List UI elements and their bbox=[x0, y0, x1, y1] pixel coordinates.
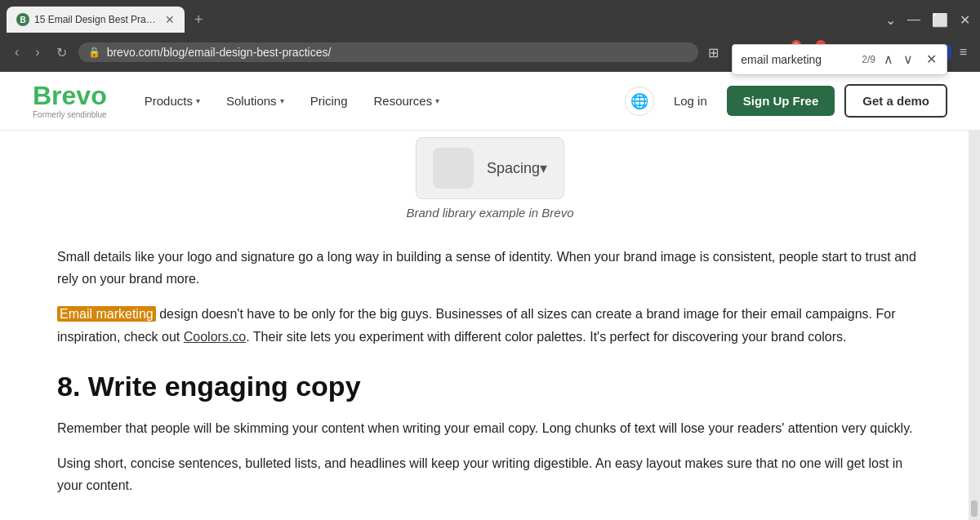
find-close-button[interactable]: ✕ bbox=[924, 51, 938, 68]
scrollbar[interactable] bbox=[969, 72, 980, 520]
nav-right: 🌐 Log in Sign Up Free Get a demo bbox=[625, 84, 947, 118]
body-paragraph-3: Remember that people will be skimming yo… bbox=[57, 417, 923, 439]
minimize-button[interactable]: — bbox=[904, 11, 924, 29]
nav-item-solutions-label: Solutions bbox=[226, 94, 277, 108]
spacing-caption: Brand library example in Brevo bbox=[406, 206, 573, 220]
active-tab[interactable]: B 15 Email Design Best Practices f ✕ bbox=[7, 7, 185, 33]
logo[interactable]: Brevo Formerly sendinblue bbox=[33, 82, 107, 119]
body-paragraph-4: Using short, concise sentences, bulleted… bbox=[57, 452, 923, 496]
products-chevron-icon: ▾ bbox=[196, 96, 200, 105]
body-paragraph-1: Small details like your logo and signatu… bbox=[57, 246, 923, 290]
find-bar: 2/9 ∧ ∨ ✕ bbox=[732, 44, 947, 75]
spacing-card-chevron-icon: ▾ bbox=[540, 159, 547, 177]
tab-title: 15 Email Design Best Practices f bbox=[34, 14, 157, 25]
forward-button[interactable]: › bbox=[30, 42, 44, 63]
back-button[interactable]: ‹ bbox=[10, 42, 24, 63]
nav-item-products-label: Products bbox=[145, 94, 193, 108]
scroll-thumb[interactable] bbox=[971, 500, 978, 517]
find-next-button[interactable]: ∨ bbox=[902, 51, 915, 68]
tab-right-controls: ⌄ — ⬜ ✕ bbox=[882, 11, 973, 29]
signup-button[interactable]: Sign Up Free bbox=[727, 86, 835, 116]
site-nav: Brevo Formerly sendinblue Products ▾ Sol… bbox=[0, 72, 980, 131]
solutions-chevron-icon: ▾ bbox=[280, 96, 284, 105]
menu-button[interactable]: ≡ bbox=[956, 42, 970, 63]
spacing-card-label: Spacing bbox=[487, 160, 540, 177]
find-count: 2/9 bbox=[862, 54, 875, 65]
tab-bar: B 15 Email Design Best Practices f ✕ + ⌄… bbox=[0, 0, 980, 33]
article-area: Spacing ▾ Brand library example in Brevo… bbox=[24, 131, 956, 520]
nav-item-pricing-label: Pricing bbox=[310, 94, 348, 108]
spacing-card[interactable]: Spacing ▾ bbox=[416, 137, 564, 199]
spacing-card-thumbnail bbox=[433, 148, 474, 189]
reader-view-button[interactable]: ⊞ bbox=[705, 42, 722, 64]
logo-text: Brevo bbox=[33, 82, 107, 109]
find-prev-button[interactable]: ∧ bbox=[882, 51, 895, 68]
nav-item-pricing[interactable]: Pricing bbox=[299, 87, 359, 114]
find-input[interactable] bbox=[741, 53, 855, 66]
language-button[interactable]: 🌐 bbox=[625, 87, 654, 116]
body-paragraph-2-end: . Their site lets you experiment with di… bbox=[246, 330, 846, 344]
nav-item-resources-label: Resources bbox=[373, 94, 432, 108]
nav-item-resources[interactable]: Resources ▾ bbox=[362, 87, 451, 114]
page-content: Brevo Formerly sendinblue Products ▾ Sol… bbox=[0, 72, 980, 520]
coolors-link[interactable]: Coolors.co bbox=[184, 330, 246, 344]
tab-favicon: B bbox=[16, 13, 29, 26]
close-button[interactable]: ✕ bbox=[956, 11, 973, 29]
tab-list-button[interactable]: ⌄ bbox=[882, 11, 899, 29]
resources-chevron-icon: ▾ bbox=[435, 96, 439, 105]
address-bar-container: 🔒 bbox=[78, 42, 698, 62]
section-heading-8: 8. Write engaging copy bbox=[57, 371, 923, 402]
maximize-button[interactable]: ⬜ bbox=[929, 11, 951, 29]
nav-links: Products ▾ Solutions ▾ Pricing Resources… bbox=[133, 87, 625, 114]
body-paragraph-2: Email marketing design doesn't have to b… bbox=[57, 303, 923, 347]
email-marketing-highlight: Email marketing bbox=[57, 306, 156, 322]
nav-item-products[interactable]: Products ▾ bbox=[133, 87, 212, 114]
address-bar[interactable] bbox=[107, 46, 688, 59]
login-button[interactable]: Log in bbox=[664, 87, 717, 114]
nav-item-solutions[interactable]: Solutions ▾ bbox=[215, 87, 296, 114]
tab-close-button[interactable]: ✕ bbox=[165, 14, 175, 25]
refresh-button[interactable]: ↻ bbox=[51, 42, 72, 64]
demo-button[interactable]: Get a demo bbox=[844, 84, 947, 118]
logo-sub: Formerly sendinblue bbox=[33, 110, 107, 119]
lock-icon: 🔒 bbox=[88, 47, 100, 58]
new-tab-button[interactable]: + bbox=[188, 8, 210, 32]
